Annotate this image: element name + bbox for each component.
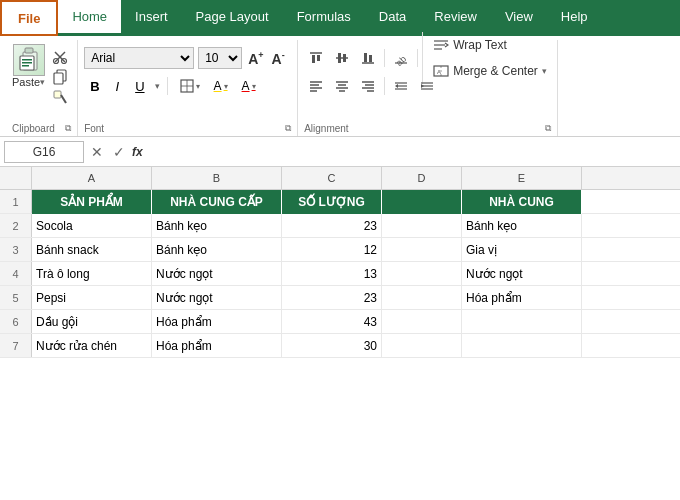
cell-e1[interactable]: NHÀ CUNG [462,190,582,214]
cell-e3[interactable]: Gia vị [462,238,582,262]
alignment-content: ab Wrap Text A Merge & Center ▾ [304,44,551,121]
cut-button[interactable] [49,48,71,66]
formula-input[interactable] [147,141,676,163]
align-bottom-button[interactable] [356,47,380,69]
tab-page-layout[interactable]: Page Layout [182,0,283,36]
svg-rect-12 [54,91,61,98]
cancel-formula-button[interactable]: ✕ [88,144,106,160]
cell-c1[interactable]: SỐ LƯỢNG [282,190,382,214]
align-center-button[interactable] [330,75,354,97]
orientation-button[interactable]: ab [389,47,413,69]
clipboard-group: Paste ▾ [6,40,78,136]
file-tab[interactable]: File [0,0,58,36]
font-grow-button[interactable]: A+ [246,50,265,67]
cell-e5[interactable]: Hóa phẩm [462,286,582,310]
cell-a7[interactable]: Nước rửa chén [32,334,152,358]
indent-more-button[interactable] [415,75,439,97]
col-header-d[interactable]: D [382,167,462,189]
copy-button[interactable] [49,68,71,86]
tab-help[interactable]: Help [547,0,602,36]
cell-e4[interactable]: Nước ngọt [462,262,582,286]
italic-button[interactable]: I [110,75,126,97]
row-number: 6 [0,310,32,333]
tab-review[interactable]: Review [420,0,491,36]
alignment-footer: Alignment ⧉ [304,121,551,134]
col-header-e[interactable]: E [462,167,582,189]
cell-b5[interactable]: Nước ngọt [152,286,282,310]
row-number: 4 [0,262,32,285]
clipboard-expand[interactable]: ⧉ [65,123,71,134]
cell-d5[interactable] [382,286,462,310]
cell-a4[interactable]: Trà ô long [32,262,152,286]
svg-marker-53 [421,84,424,88]
row-number: 5 [0,286,32,309]
font-expand[interactable]: ⧉ [285,123,291,134]
cell-b1[interactable]: NHÀ CUNG CẤP [152,190,282,214]
confirm-formula-button[interactable]: ✓ [110,144,128,160]
paste-button[interactable] [13,44,45,76]
font-color-button[interactable]: A▾ [237,75,261,97]
svg-rect-3 [22,59,32,61]
svg-rect-19 [317,55,320,61]
cell-b7[interactable]: Hóa phẩm [152,334,282,358]
cell-c7[interactable]: 30 [282,334,382,358]
name-box[interactable]: G16 [4,141,84,163]
paste-icon [13,44,45,76]
align-right-button[interactable] [356,75,380,97]
cell-a3[interactable]: Bánh snack [32,238,152,262]
align-top-button[interactable] [304,47,328,69]
fill-color-button[interactable]: A▾ [209,75,233,97]
cell-c6[interactable]: 43 [282,310,382,334]
cell-d7[interactable] [382,334,462,358]
cell-d3[interactable] [382,238,462,262]
cell-d1[interactable] [382,190,462,214]
cell-d6[interactable] [382,310,462,334]
ribbon-groups: Paste ▾ [6,40,674,136]
cell-c3[interactable]: 12 [282,238,382,262]
alignment-row2 [304,72,551,100]
svg-rect-24 [364,53,367,62]
cell-e6[interactable] [462,310,582,334]
tab-formulas[interactable]: Formulas [283,0,365,36]
paste-dropdown[interactable]: ▾ [40,77,45,87]
tab-insert[interactable]: Insert [121,0,182,36]
font-family-select[interactable]: Arial Calibri Times New Roman [84,47,194,69]
col-header-b[interactable]: B [152,167,282,189]
col-header-c[interactable]: C [282,167,382,189]
indent-less-button[interactable] [389,75,413,97]
tab-home[interactable]: Home [58,0,121,36]
bold-button[interactable]: B [84,75,105,97]
format-painter-button[interactable] [49,88,71,106]
tab-data[interactable]: Data [365,0,420,36]
font-shrink-button[interactable]: A- [270,50,287,67]
table-row: 3Bánh snackBánh kẹo12Gia vị [0,238,680,262]
cell-c5[interactable]: 23 [282,286,382,310]
border-button[interactable]: ▾ [175,75,205,97]
col-header-a[interactable]: A [32,167,152,189]
cell-c4[interactable]: 13 [282,262,382,286]
row-number: 3 [0,238,32,261]
cell-d4[interactable] [382,262,462,286]
cell-a1[interactable]: SẢN PHẨM [32,190,152,214]
cell-b4[interactable]: Nước ngọt [152,262,282,286]
cell-a6[interactable]: Dầu gội [32,310,152,334]
cell-c2[interactable]: 23 [282,214,382,238]
cell-e7[interactable] [462,334,582,358]
align-left-button[interactable] [304,75,328,97]
underline-dropdown[interactable]: ▾ [155,81,160,91]
wrap-text-button[interactable]: Wrap Text [429,32,551,58]
cell-b2[interactable]: Bánh kẹo [152,214,282,238]
align-middle-button[interactable] [330,47,354,69]
tab-view[interactable]: View [491,0,547,36]
cell-d2[interactable] [382,214,462,238]
font-size-select[interactable]: 8 9 10 11 12 14 [198,47,242,69]
cell-a2[interactable]: Socola [32,214,152,238]
alignment-expand[interactable]: ⧉ [545,123,551,134]
underline-button[interactable]: U [129,75,150,97]
cell-b6[interactable]: Hóa phẩm [152,310,282,334]
fx-button[interactable]: fx [132,145,143,159]
cell-a5[interactable]: Pepsi [32,286,152,310]
table-row: 6Dầu gộiHóa phẩm43 [0,310,680,334]
cell-b3[interactable]: Bánh kẹo [152,238,282,262]
cell-e2[interactable]: Bánh kẹo [462,214,582,238]
